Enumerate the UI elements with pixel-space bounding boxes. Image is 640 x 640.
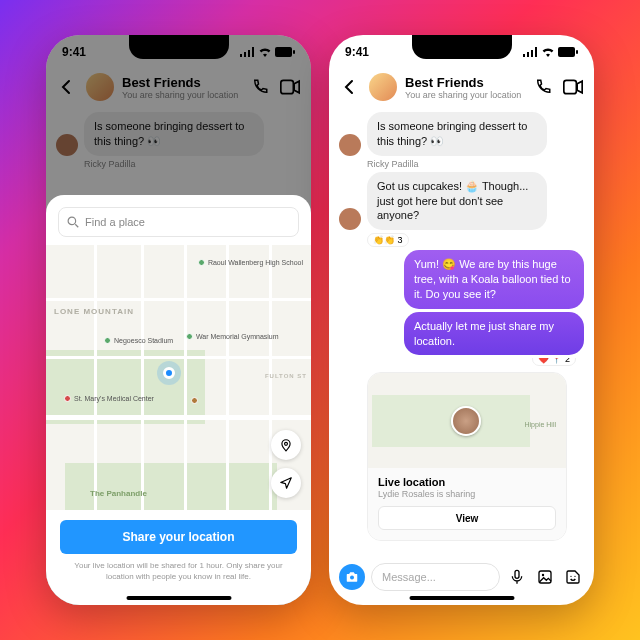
phone-left: 9:41 Best Friends You are sharing your l… xyxy=(46,35,311,605)
live-location-map: Hippie Hill xyxy=(368,373,566,468)
map-poi[interactable] xyxy=(191,397,198,404)
status-time: 9:41 xyxy=(345,45,369,59)
sender-name: Ricky Padilla xyxy=(367,159,584,169)
svg-point-12 xyxy=(570,576,571,577)
live-location-card[interactable]: Hippie Hill Live location Lydie Rosales … xyxy=(367,372,567,541)
outgoing-message[interactable]: Yum! 😋 We are by this huge tree, with a … xyxy=(404,250,584,309)
svg-point-3 xyxy=(68,217,76,225)
camera-button[interactable] xyxy=(339,564,365,590)
incoming-message[interactable]: Got us cupcakes! 🧁 Though... just got he… xyxy=(367,172,547,231)
audio-call-button[interactable] xyxy=(532,76,554,98)
location-sheet: Find a place LONE MOUNTAIN The Panhandle… xyxy=(46,195,311,605)
share-location-button[interactable]: Share your location xyxy=(60,520,297,554)
svg-point-4 xyxy=(285,443,288,446)
live-location-subtitle: Lydie Rosales is sharing xyxy=(378,489,556,499)
reaction-pill[interactable]: 👏👏 3 xyxy=(367,233,409,247)
svg-rect-5 xyxy=(558,47,575,57)
share-footnote: Your live location will be shared for 1 … xyxy=(60,561,297,583)
outgoing-message[interactable]: Actually let me just share my location. xyxy=(404,312,584,356)
svg-point-8 xyxy=(350,576,354,580)
map-poi[interactable]: St. Mary's Medical Center xyxy=(64,395,154,402)
back-button[interactable] xyxy=(339,76,361,98)
road xyxy=(46,298,311,301)
wifi-icon xyxy=(541,47,555,57)
phone-right: 9:41 Best Friends You are sharing your l… xyxy=(329,35,594,605)
map-label: Hippie Hill xyxy=(524,421,556,428)
recenter-button[interactable] xyxy=(271,468,301,498)
road xyxy=(46,356,311,359)
svg-point-13 xyxy=(574,576,575,577)
message-list: Is someone bringing dessert to this thin… xyxy=(329,112,594,541)
current-location-dot xyxy=(163,367,175,379)
cellular-icon xyxy=(523,47,538,57)
view-button[interactable]: View xyxy=(378,506,556,530)
road xyxy=(184,245,187,510)
road xyxy=(226,245,229,510)
reaction-pill[interactable]: ❤️ 📍 2 xyxy=(532,358,576,366)
mic-button[interactable] xyxy=(506,566,528,588)
search-placeholder: Find a place xyxy=(85,216,145,228)
sheet-footer: Share your location Your live location w… xyxy=(46,510,311,605)
svg-rect-9 xyxy=(515,570,519,578)
sender-avatar[interactable] xyxy=(339,208,361,230)
road xyxy=(141,245,144,510)
map[interactable]: LONE MOUNTAIN The Panhandle Raoul Wallen… xyxy=(46,245,311,510)
chat-subtitle: You are sharing your location xyxy=(405,90,524,100)
incoming-message[interactable]: Is someone bringing dessert to this thin… xyxy=(367,112,547,156)
svg-point-11 xyxy=(542,574,544,576)
map-poi[interactable]: War Memorial Gymnasium xyxy=(186,333,279,340)
svg-rect-7 xyxy=(564,80,577,93)
notch xyxy=(129,35,229,59)
notch xyxy=(412,35,512,59)
chat-header: Best Friends You are sharing your locati… xyxy=(329,69,594,109)
composer: Message... xyxy=(329,563,594,591)
map-poi[interactable]: Negoesco Stadium xyxy=(104,337,173,344)
street-label: FULTON ST xyxy=(265,373,307,379)
chat-title[interactable]: Best Friends xyxy=(405,75,524,90)
place-search-input[interactable]: Find a place xyxy=(58,207,299,237)
road xyxy=(46,415,311,420)
neighborhood-label: LONE MOUNTAIN xyxy=(54,307,134,316)
video-call-button[interactable] xyxy=(562,76,584,98)
message-input[interactable]: Message... xyxy=(371,563,500,591)
road xyxy=(94,245,97,510)
chat-avatar[interactable] xyxy=(369,73,397,101)
neighborhood-label: The Panhandle xyxy=(90,489,147,498)
battery-icon xyxy=(558,47,578,57)
status-indicators xyxy=(523,47,578,57)
sender-avatar[interactable] xyxy=(339,134,361,156)
message-placeholder: Message... xyxy=(382,571,436,583)
svg-rect-6 xyxy=(576,50,578,54)
map-poi[interactable]: Raoul Wallenberg High School xyxy=(198,259,303,266)
search-icon xyxy=(67,216,79,228)
gallery-button[interactable] xyxy=(534,566,556,588)
live-location-title: Live location xyxy=(378,476,556,488)
sticker-button[interactable] xyxy=(562,566,584,588)
live-location-avatar-pin xyxy=(451,406,481,436)
home-indicator xyxy=(409,596,514,600)
home-indicator xyxy=(126,596,231,600)
pin-button[interactable] xyxy=(271,430,301,460)
